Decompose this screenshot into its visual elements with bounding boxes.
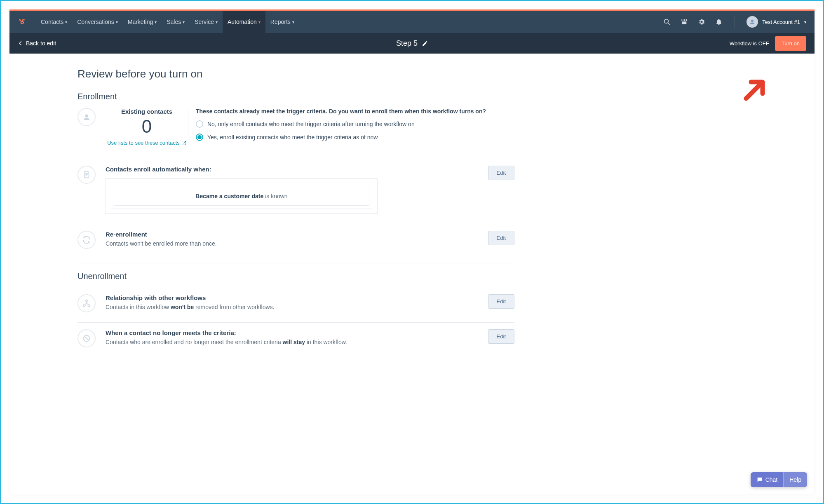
existing-contacts-count: 0 xyxy=(142,117,152,136)
svg-point-3 xyxy=(21,22,23,23)
no-longer-meets-row: When a contact no longer meets the crite… xyxy=(77,322,514,357)
enroll-option-no[interactable]: No, only enroll contacts who meet the tr… xyxy=(196,120,514,128)
use-lists-link[interactable]: Use lists to see these contacts xyxy=(107,140,186,146)
back-to-edit-link[interactable]: Back to edit xyxy=(18,40,56,47)
nav-items: Contacts▾ Conversations▾ Marketing▾ Sale… xyxy=(36,11,299,33)
unenrollment-heading: Unenrollment xyxy=(77,272,514,281)
nav-label: Service xyxy=(195,19,214,25)
nav-conversations[interactable]: Conversations▾ xyxy=(72,11,123,33)
reenrollment-desc: Contacts won't be enrolled more than onc… xyxy=(106,240,488,247)
svg-rect-10 xyxy=(682,19,683,21)
svg-point-13 xyxy=(751,20,754,22)
enrollment-trigger-row: Contacts enroll automatically when: Beca… xyxy=(77,159,514,224)
edit-no-longer-meets-button[interactable]: Edit xyxy=(488,329,514,344)
chat-bubble-icon xyxy=(756,476,763,483)
nav-divider xyxy=(735,16,735,28)
marketplace-icon[interactable] xyxy=(680,18,688,26)
svg-point-15 xyxy=(85,115,88,117)
existing-contacts-row: Existing contacts 0 Use lists to see the… xyxy=(77,108,514,159)
existing-contacts-label: Existing contacts xyxy=(121,108,172,115)
no-longer-meets-desc: Contacts who are enrolled and no longer … xyxy=(106,339,488,345)
nav-automation[interactable]: Automation▾ xyxy=(223,11,265,33)
chevron-down-icon: ▾ xyxy=(65,20,67,24)
nav-label: Contacts xyxy=(41,19,63,25)
edit-trigger-button[interactable]: Edit xyxy=(488,166,514,180)
enroll-option-no-label: No, only enroll contacts who meet the tr… xyxy=(207,121,415,127)
no-longer-meets-title: When a contact no longer meets the crite… xyxy=(106,329,488,336)
nav-sales[interactable]: Sales▾ xyxy=(162,11,190,33)
nav-right-icons: Test Account #1 ▾ xyxy=(663,16,806,28)
enroll-option-yes[interactable]: Yes, enroll existing contacts who meet t… xyxy=(196,134,514,141)
enrollment-heading: Enrollment xyxy=(77,92,514,101)
main-content: Review before you turn on Enrollment Exi… xyxy=(77,54,514,357)
trigger-criteria-bold: Became a customer date xyxy=(195,193,263,199)
svg-point-6 xyxy=(664,19,669,23)
settings-gear-icon[interactable] xyxy=(697,18,706,26)
page-heading: Review before you turn on xyxy=(77,68,514,80)
use-lists-link-text: Use lists to see these contacts xyxy=(107,140,180,146)
sub-nav: Back to edit Step 5 Workflow is OFF Turn… xyxy=(9,33,815,54)
svg-line-7 xyxy=(668,23,670,25)
account-menu[interactable]: Test Account #1 ▾ xyxy=(747,16,806,28)
reenrollment-title: Re-enrollment xyxy=(106,231,488,238)
help-button[interactable]: Help xyxy=(783,472,807,487)
svg-rect-5 xyxy=(22,19,23,21)
chat-widget: Chat Help xyxy=(751,472,807,487)
hubspot-logo-icon[interactable] xyxy=(18,18,26,26)
relationship-title: Relationship with other workflows xyxy=(106,294,488,301)
svg-rect-11 xyxy=(683,19,684,21)
top-nav: Contacts▾ Conversations▾ Marketing▾ Sale… xyxy=(9,11,815,33)
nav-service[interactable]: Service▾ xyxy=(190,11,223,33)
svg-line-24 xyxy=(85,336,89,340)
edit-pencil-icon[interactable] xyxy=(422,40,428,47)
radio-checked-icon xyxy=(196,134,203,141)
reenrollment-row: Re-enrollment Contacts won't be enrolled… xyxy=(77,224,514,259)
turn-on-button[interactable]: Turn on xyxy=(775,36,806,51)
scroll-icon xyxy=(77,166,96,184)
nav-reports[interactable]: Reports▾ xyxy=(265,11,299,33)
edit-relationship-button[interactable]: Edit xyxy=(488,294,514,309)
edit-reenrollment-button[interactable]: Edit xyxy=(488,231,514,245)
workflow-title: Step 5 xyxy=(396,39,428,48)
chevron-down-icon: ▾ xyxy=(292,20,294,24)
chevron-down-icon: ▾ xyxy=(116,20,118,24)
nav-label: Sales xyxy=(167,19,181,25)
nav-label: Conversations xyxy=(77,19,114,25)
svg-rect-9 xyxy=(682,21,687,24)
search-icon[interactable] xyxy=(663,18,671,26)
avatar-icon xyxy=(747,16,758,28)
workflow-title-text: Step 5 xyxy=(396,39,418,48)
trigger-criteria-box: Became a customer date is known xyxy=(106,178,378,214)
svg-rect-12 xyxy=(685,19,686,21)
chat-label: Chat xyxy=(765,476,778,483)
enroll-option-yes-label: Yes, enroll existing contacts who meet t… xyxy=(207,134,378,141)
nav-marketing[interactable]: Marketing▾ xyxy=(123,11,162,33)
relationship-row: Relationship with other workflows Contac… xyxy=(77,288,514,322)
notifications-bell-icon[interactable] xyxy=(715,18,723,26)
chevron-down-icon: ▾ xyxy=(258,20,261,24)
nav-label: Reports xyxy=(270,19,291,25)
nav-label: Automation xyxy=(228,19,257,25)
nav-label: Marketing xyxy=(128,19,153,25)
svg-point-1 xyxy=(23,19,25,21)
chevron-down-icon: ▾ xyxy=(804,20,806,24)
workflow-tree-icon xyxy=(77,294,96,312)
external-link-icon xyxy=(181,141,186,145)
forbidden-icon xyxy=(77,329,96,347)
trigger-criteria-rest: is known xyxy=(263,193,287,199)
chevron-down-icon: ▾ xyxy=(183,20,185,24)
trigger-title: Contacts enroll automatically when: xyxy=(106,166,488,173)
enrollment-prompt: These contacts already meet the trigger … xyxy=(196,108,514,115)
chat-button[interactable]: Chat xyxy=(751,472,784,487)
account-name: Test Account #1 xyxy=(762,19,800,25)
chevron-down-icon: ▾ xyxy=(155,20,157,24)
svg-line-14 xyxy=(746,84,761,98)
workflow-status-text: Workflow is OFF xyxy=(730,40,769,47)
relationship-desc: Contacts in this workflow won't be remov… xyxy=(106,304,488,310)
chevron-down-icon: ▾ xyxy=(216,20,218,24)
back-label: Back to edit xyxy=(26,40,56,47)
annotation-arrow-icon xyxy=(740,75,769,104)
nav-contacts[interactable]: Contacts▾ xyxy=(36,11,72,33)
contact-icon xyxy=(77,108,96,126)
svg-point-20 xyxy=(86,300,88,302)
